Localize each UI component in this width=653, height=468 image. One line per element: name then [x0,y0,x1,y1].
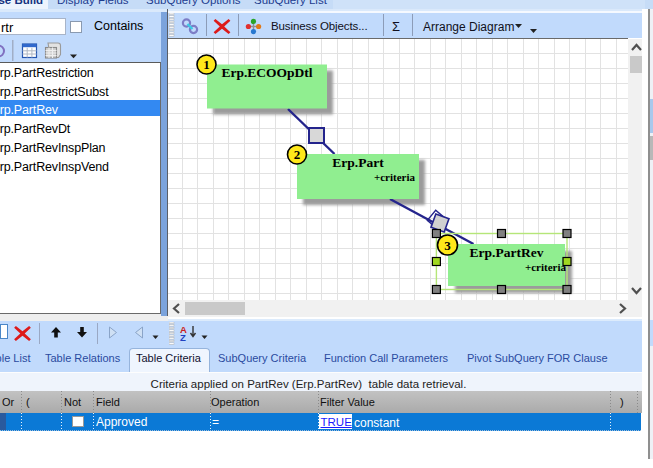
svg-text:+criteria: +criteria [374,171,416,183]
svg-text:1: 1 [203,57,210,72]
svg-text:2: 2 [294,147,301,162]
svg-text:3: 3 [444,238,451,253]
svg-text:Erp.ECOOpDtl: Erp.ECOOpDtl [221,65,312,80]
svg-text:Erp.Part: Erp.Part [332,155,384,170]
svg-text:Erp.PartRev: Erp.PartRev [470,245,544,260]
svg-text:+criteria: +criteria [525,261,567,273]
